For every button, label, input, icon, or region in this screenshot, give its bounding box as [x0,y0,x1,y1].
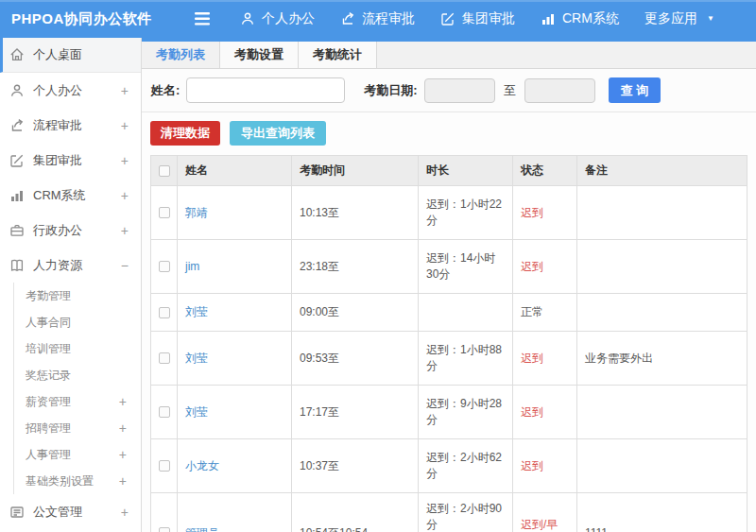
flow-icon [9,118,25,133]
menu-toggle-icon[interactable] [195,12,210,26]
attendance-table-wrap: 姓名考勤时间时长状态备注 郭靖10:13至迟到：1小时22分迟到jim23:18… [150,155,747,532]
duration-cell [419,294,513,332]
flow-icon [340,11,355,26]
name-link[interactable]: 刘莹 [185,405,208,419]
column-header: 时长 [419,156,513,186]
note-cell [577,186,747,240]
nav-item-3[interactable]: CRM系统 [541,10,619,27]
time-cell: 09:53至 [292,332,419,386]
status-cell: 正常 [513,294,577,332]
name-cell: 刘莹 [178,332,292,386]
sidebar-subitem-6-6[interactable]: 人事管理+ [14,441,141,468]
tab-0[interactable]: 考勤列表 [142,42,220,68]
header-checkbox-cell [151,156,178,186]
sidebar-subitem-label: 奖惩记录 [26,368,127,384]
briefcase-icon [9,223,25,238]
name-cell: jim [178,240,292,294]
sidebar-item-6[interactable]: 人力资源− [0,248,141,283]
sidebar-subitem-6-2[interactable]: 培训管理 [14,335,141,362]
status-badge: 迟到 [521,206,543,219]
query-button[interactable]: 查 询 [609,77,662,103]
filter-bar: 姓名: 考勤日期: 至 查 询 [142,69,756,112]
duration-cell: 迟到：1小时22分 [419,186,513,240]
status-cell: 迟到 [513,240,577,294]
nav-item-4[interactable]: 更多应用▼ [644,10,714,27]
sidebar-item-4[interactable]: CRM系统+ [0,178,141,213]
nav-item-2[interactable]: 集团审批 [440,10,515,27]
app-window: PHPOA协同办公软件 个人办公流程审批集团审批CRM系统更多应用▼ 个人桌面个… [0,0,756,532]
name-link[interactable]: 小龙女 [185,459,219,472]
sidebar-item-label: CRM系统 [33,187,121,204]
duration-cell: 迟到：1小时88分 [419,332,513,386]
note-cell [577,439,747,493]
status-cell: 迟到 [513,332,577,386]
sidebar-subitem-6-0[interactable]: 考勤管理 [14,283,141,309]
sidebar-subitem-label: 薪资管理 [26,394,119,410]
topbar: PHPOA协同办公软件 个人办公流程审批集团审批CRM系统更多应用▼ [0,0,756,38]
row-checkbox-cell [151,332,178,386]
table-row: 郭靖10:13至迟到：1小时22分迟到 [151,186,747,240]
row-checkbox[interactable] [159,460,170,472]
sidebar-item-label: 个人办公 [33,82,121,99]
row-checkbox[interactable] [159,527,170,532]
name-link[interactable]: 刘莹 [185,305,208,318]
name-link[interactable]: 郭靖 [185,206,208,219]
sidebar-subitem-6-1[interactable]: 人事合同 [14,309,141,335]
export-list-button[interactable]: 导出查询列表 [230,121,326,146]
row-checkbox[interactable] [159,261,170,272]
table-row: 刘莹09:53至迟到：1小时88分迟到业务需要外出 [151,332,747,386]
status-cell: 迟到 [513,186,577,240]
nav-item-0[interactable]: 个人办公 [240,10,315,27]
note-cell: 业务需要外出 [577,332,747,386]
expand-toggle-icon: + [121,188,129,203]
status-badge: 迟到 [521,459,543,472]
sidebar: 个人桌面个人办公+流程审批+集团审批+CRM系统+行政办公+人力资源−考勤管理人… [0,38,142,532]
name-cell: 小龙女 [178,439,292,493]
sidebar-subitem-6-7[interactable]: 基础类别设置+ [14,468,141,494]
sidebar-item-1[interactable]: 个人办公+ [0,73,141,108]
expand-toggle-icon: + [121,505,129,520]
sidebar-item-2[interactable]: 流程审批+ [0,108,141,143]
column-header: 考勤时间 [292,156,419,186]
sidebar-item-5[interactable]: 行政办公+ [0,213,141,248]
status-badge: 迟到/早退 [521,518,558,532]
status-badge: 迟到 [521,352,543,365]
sidebar-subitem-6-5[interactable]: 招聘管理+ [14,415,141,441]
name-link[interactable]: jim [185,260,199,273]
sidebar-item-7[interactable]: 公文管理+ [0,494,141,529]
name-cell: 刘莹 [178,386,292,439]
row-checkbox[interactable] [159,352,170,364]
nav-item-label: 集团审批 [462,10,515,27]
clean-data-button[interactable]: 清理数据 [150,121,220,146]
name-input[interactable] [186,77,345,103]
sidebar-submenu: 考勤管理人事合同培训管理奖惩记录薪资管理+招聘管理+人事管理+基础类别设置+ [13,283,141,494]
row-checkbox[interactable] [159,207,170,218]
sidebar-item-3[interactable]: 集团审批+ [0,143,141,178]
attendance-date-label: 考勤日期: [364,82,417,99]
attendance-table: 姓名考勤时间时长状态备注 郭靖10:13至迟到：1小时22分迟到jim23:18… [150,155,747,532]
date-from-input[interactable] [424,78,495,103]
nav-item-label: CRM系统 [562,10,619,27]
name-link[interactable]: 刘莹 [185,352,208,365]
sidebar-item-0[interactable]: 个人桌面 [0,38,141,73]
home-icon [9,47,25,62]
time-cell: 09:00至 [292,294,419,332]
sidebar-subitem-6-3[interactable]: 奖惩记录 [14,362,141,388]
name-link[interactable]: 管理员 [185,526,219,532]
select-all-checkbox[interactable] [159,165,170,177]
tab-2[interactable]: 考勤统计 [299,42,377,68]
sidebar-subitem-6-4[interactable]: 薪资管理+ [14,388,141,415]
row-checkbox[interactable] [159,406,170,418]
note-cell: 1111 [577,493,747,532]
status-badge: 正常 [521,305,543,318]
sidebar-item-label: 行政办公 [33,222,121,239]
nav-item-1[interactable]: 流程审批 [340,10,415,27]
tab-1[interactable]: 考勤设置 [220,42,299,68]
row-checkbox[interactable] [159,307,170,318]
sidebar-subitem-label: 基础类别设置 [26,473,119,489]
action-bar: 清理数据 导出查询列表 [142,112,756,155]
sidebar-subitem-label: 人事管理 [26,447,119,463]
row-checkbox-cell [151,493,178,532]
top-nav: 个人办公流程审批集团审批CRM系统更多应用▼ [240,10,714,27]
date-to-input[interactable] [524,78,595,103]
